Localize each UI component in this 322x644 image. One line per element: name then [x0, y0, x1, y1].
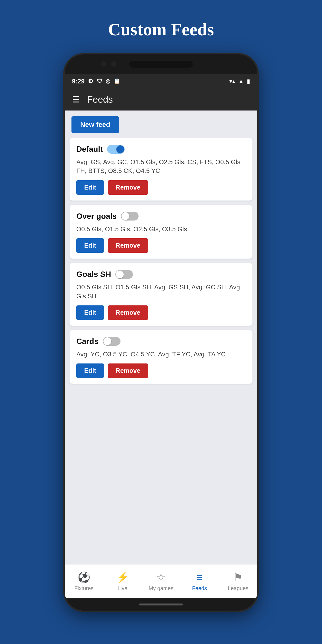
- feed-card-cards: Cards Avg. YC, O3.5 YC, O4.5 YC, Avg. TF…: [70, 330, 252, 384]
- bottom-nav: ⚽ Fixtures ⚡ Live ☆ My games ≡ Feeds ⚑ L…: [65, 564, 257, 598]
- shield-icon: 🛡: [97, 78, 102, 84]
- toggle-thumb-goalssh: [116, 270, 124, 278]
- phone-top-bar: [65, 54, 257, 74]
- live-icon: ⚡: [116, 571, 129, 583]
- app-toolbar: ☰ Feeds: [65, 88, 257, 110]
- remove-button-default[interactable]: Remove: [108, 180, 148, 195]
- edit-button-goalssh[interactable]: Edit: [76, 306, 104, 320]
- edit-button-default[interactable]: Edit: [76, 180, 104, 195]
- feed-name-goalssh: Goals SH: [76, 270, 111, 279]
- feeds-list: Default Avg. GS, Avg. GC, O1.5 Gls, O2.5…: [65, 138, 257, 564]
- feed-toggle-goalssh[interactable]: [116, 270, 133, 279]
- feed-name-overgoals: Over goals: [76, 212, 116, 221]
- new-feed-area: New feed: [65, 110, 257, 138]
- feed-card-overgoals: Over goals O0.5 Gls, O1.5 Gls, O2.5 Gls,…: [70, 205, 252, 258]
- phone-bottom: [65, 598, 257, 610]
- remove-button-goalssh[interactable]: Remove: [108, 306, 148, 320]
- feed-desc-goalssh: O0.5 Gls SH, O1.5 Gls SH, Avg. GS SH, Av…: [76, 283, 246, 300]
- nav-item-mygames[interactable]: ☆ My games: [146, 571, 176, 592]
- feeds-icon: ≡: [196, 572, 203, 583]
- mygames-icon: ☆: [156, 571, 166, 583]
- feed-card-header-cards: Cards: [76, 337, 246, 346]
- battery-icon: ▮: [247, 78, 250, 85]
- phone-frame: 9:29 ⚙ 🛡 ◎ 📋 ▾▴ ▲ ▮ ☰ Feeds New feed Def…: [65, 54, 257, 610]
- feed-toggle-overgoals[interactable]: [121, 212, 138, 220]
- nav-label-feeds: Feeds: [192, 585, 207, 592]
- feed-toggle-cards[interactable]: [103, 337, 120, 346]
- nav-item-feeds[interactable]: ≡ Feeds: [185, 572, 214, 592]
- status-right: ▾▴ ▲ ▮: [229, 78, 250, 85]
- ring-icon: ◎: [106, 78, 110, 84]
- home-indicator: [139, 604, 183, 606]
- settings-icon: ⚙: [88, 78, 94, 85]
- feed-toggle-default[interactable]: [107, 145, 125, 154]
- page-title: Custom Feeds: [108, 20, 214, 40]
- edit-button-overgoals[interactable]: Edit: [76, 238, 104, 253]
- feed-actions-overgoals: Edit Remove: [76, 238, 246, 253]
- camera-left: [101, 61, 106, 66]
- feed-desc-cards: Avg. YC, O3.5 YC, O4.5 YC, Avg. TF YC, A…: [76, 350, 246, 358]
- notch: [129, 61, 193, 68]
- toolbar-title: Feeds: [87, 94, 113, 105]
- feed-desc-overgoals: O0.5 Gls, O1.5 Gls, O2.5 Gls, O3.5 Gls: [76, 225, 246, 234]
- signal-icon: ▲: [238, 78, 244, 85]
- nav-label-mygames: My games: [148, 585, 173, 592]
- nav-label-fixtures: Fixtures: [74, 585, 94, 592]
- toggle-thumb-cards: [104, 337, 111, 345]
- feed-actions-default: Edit Remove: [76, 180, 246, 195]
- remove-button-overgoals[interactable]: Remove: [108, 238, 148, 253]
- fixtures-icon: ⚽: [78, 571, 90, 583]
- hamburger-menu-icon[interactable]: ☰: [72, 94, 80, 105]
- feed-name-default: Default: [76, 145, 103, 154]
- feed-name-cards: Cards: [76, 337, 98, 346]
- nav-label-leagues: Leagues: [228, 585, 248, 592]
- feed-actions-goalssh: Edit Remove: [76, 306, 246, 320]
- feed-desc-default: Avg. GS, Avg. GC, O1.5 Gls, O2.5 Gls, CS…: [76, 158, 246, 176]
- nav-item-leagues[interactable]: ⚑ Leagues: [224, 571, 253, 592]
- new-feed-button[interactable]: New feed: [72, 116, 119, 133]
- clipboard-icon: 📋: [114, 78, 120, 84]
- nav-item-live[interactable]: ⚡ Live: [108, 571, 137, 592]
- app-content: New feed Default Avg. GS, Avg. GC, O1.5 …: [65, 110, 257, 564]
- feed-card-goalssh: Goals SH O0.5 Gls SH, O1.5 Gls SH, Avg. …: [70, 263, 252, 326]
- remove-button-cards[interactable]: Remove: [108, 364, 148, 378]
- feed-card-default: Default Avg. GS, Avg. GC, O1.5 Gls, O2.5…: [70, 138, 252, 200]
- toggle-thumb-overgoals: [122, 212, 129, 220]
- feed-card-header-goalssh: Goals SH: [76, 270, 246, 279]
- leagues-icon: ⚑: [234, 571, 243, 583]
- camera-right: [111, 61, 116, 66]
- feed-card-header-overgoals: Over goals: [76, 212, 246, 221]
- wifi-icon: ▾▴: [229, 78, 235, 85]
- feed-actions-cards: Edit Remove: [76, 364, 246, 378]
- toggle-thumb-default: [116, 146, 124, 153]
- feed-card-header-default: Default: [76, 145, 246, 154]
- status-left: 9:29 ⚙ 🛡 ◎ 📋: [72, 78, 120, 85]
- status-time: 9:29: [72, 78, 85, 85]
- nav-label-live: Live: [118, 585, 127, 592]
- edit-button-cards[interactable]: Edit: [76, 364, 104, 378]
- status-bar: 9:29 ⚙ 🛡 ◎ 📋 ▾▴ ▲ ▮: [65, 74, 257, 88]
- nav-item-fixtures[interactable]: ⚽ Fixtures: [69, 571, 98, 592]
